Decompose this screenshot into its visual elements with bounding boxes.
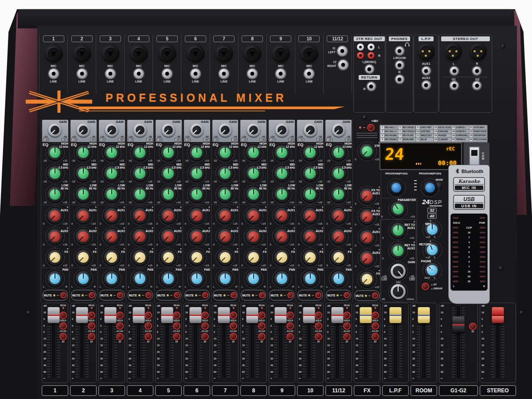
g1-g2-assign-button[interactable]	[315, 322, 322, 330]
fader-handle[interactable]	[189, 307, 201, 323]
pan-knob[interactable]	[245, 270, 262, 287]
g1-g2-assign-button[interactable]	[116, 322, 124, 330]
gain-knob[interactable]	[47, 122, 63, 138]
pan-knob[interactable]	[75, 270, 92, 287]
pan-knob[interactable]	[217, 270, 234, 287]
lpf-gain-knob[interactable]	[390, 263, 407, 280]
pan-knob[interactable]	[103, 270, 120, 287]
st-assign-button[interactable]	[469, 323, 477, 330]
fader-track[interactable]	[189, 306, 202, 379]
g1-g2-assign-button[interactable]	[286, 322, 294, 330]
fader-handle[interactable]	[418, 307, 430, 323]
mute-button[interactable]	[89, 292, 95, 298]
usb-port[interactable]	[469, 146, 480, 166]
solo-button[interactable]	[88, 312, 95, 319]
mute-button[interactable]	[315, 292, 321, 298]
fader-track[interactable]	[274, 306, 287, 379]
fader-track[interactable]	[302, 306, 316, 379]
st-assign-button[interactable]	[315, 333, 322, 340]
st-assign-button[interactable]	[343, 333, 351, 340]
mute-button[interactable]	[287, 292, 293, 298]
pan-knob[interactable]	[330, 270, 347, 287]
fader-handle[interactable]	[492, 307, 504, 323]
solo-button[interactable]	[173, 312, 180, 319]
gain-knob[interactable]	[104, 122, 119, 138]
fx-send-knob[interactable]	[75, 249, 92, 266]
program-knob-2[interactable]	[422, 180, 438, 196]
pan-knob[interactable]	[160, 270, 177, 287]
solo-button[interactable]	[372, 312, 379, 319]
mute-button[interactable]	[372, 292, 378, 299]
lpf-freq-knob[interactable]	[390, 283, 407, 300]
gain-knob[interactable]	[189, 122, 204, 138]
solo-button[interactable]	[116, 312, 124, 319]
gain-knob[interactable]	[218, 122, 233, 138]
fader-handle[interactable]	[274, 307, 286, 323]
parameter-knob[interactable]	[390, 201, 407, 217]
mute-button[interactable]	[117, 292, 123, 298]
fader-handle[interactable]	[76, 307, 88, 323]
g1-g2-assign-button[interactable]	[258, 322, 266, 330]
g1-g2-assign-button[interactable]	[201, 322, 209, 330]
fader-handle[interactable]	[133, 307, 145, 323]
fx-send-knob[interactable]	[274, 249, 290, 266]
mute-button[interactable]	[174, 292, 180, 298]
fader-track[interactable]	[246, 306, 259, 379]
fader-track[interactable]	[452, 306, 465, 379]
fx-send-knob[interactable]	[103, 249, 120, 266]
fader-handle[interactable]	[453, 316, 465, 332]
pan-knob[interactable]	[274, 270, 290, 287]
st-assign-button[interactable]	[230, 333, 237, 340]
gain-knob[interactable]	[76, 122, 91, 138]
fader-track[interactable]	[417, 306, 430, 379]
st-assign-button[interactable]	[145, 333, 152, 340]
mute-button[interactable]	[60, 292, 66, 298]
gain-knob[interactable]	[331, 122, 346, 138]
g1-g2-assign-button[interactable]	[145, 322, 152, 330]
solo-button[interactable]	[230, 312, 237, 319]
st-assign-button[interactable]	[258, 333, 266, 340]
st-assign-button[interactable]	[372, 333, 379, 340]
fader-track[interactable]	[359, 306, 372, 379]
fx-send-knob[interactable]	[330, 249, 347, 266]
g1-g2-assign-button[interactable]	[88, 322, 95, 330]
fx-send-knob[interactable]	[188, 249, 205, 266]
fx-send-knob[interactable]	[245, 249, 262, 266]
fader-handle[interactable]	[360, 307, 372, 323]
fader-handle[interactable]	[47, 307, 59, 323]
gain-knob[interactable]	[161, 122, 176, 138]
fader-handle[interactable]	[390, 307, 402, 323]
fader-track[interactable]	[132, 306, 145, 379]
mute-button[interactable]	[202, 292, 208, 298]
fader-track[interactable]	[331, 306, 344, 379]
st-assign-button[interactable]	[116, 333, 124, 340]
program-knob-1[interactable]	[388, 180, 404, 196]
fader-handle[interactable]	[161, 307, 173, 323]
st-group-button[interactable]	[422, 283, 429, 290]
fx-send-knob[interactable]	[132, 249, 149, 266]
mute-button[interactable]	[231, 292, 237, 298]
fader-handle[interactable]	[246, 307, 258, 323]
st-assign-button[interactable]	[173, 333, 180, 340]
solo-button[interactable]	[59, 312, 67, 319]
fader-handle[interactable]	[331, 307, 343, 323]
st-assign-button[interactable]	[201, 333, 209, 340]
fader-track[interactable]	[75, 306, 89, 379]
g1-g2-assign-button[interactable]	[230, 322, 237, 330]
gain-knob[interactable]	[246, 122, 261, 138]
fader-handle[interactable]	[303, 307, 315, 323]
fader-track[interactable]	[389, 306, 402, 379]
mute-button[interactable]	[145, 292, 152, 298]
solo-button[interactable]	[201, 312, 209, 319]
fx-send-knob[interactable]	[217, 249, 234, 266]
st-assign-button[interactable]	[88, 333, 95, 340]
fx-send-knob[interactable]	[302, 249, 319, 266]
mute-button[interactable]	[344, 292, 350, 298]
pan-knob[interactable]	[132, 270, 149, 287]
gain-knob[interactable]	[303, 122, 318, 138]
solo-button[interactable]	[145, 312, 152, 319]
fader-track[interactable]	[491, 306, 505, 379]
phantom-button[interactable]	[367, 124, 375, 131]
pan-knob[interactable]	[302, 270, 319, 287]
fx-level-knob[interactable]	[359, 271, 376, 288]
